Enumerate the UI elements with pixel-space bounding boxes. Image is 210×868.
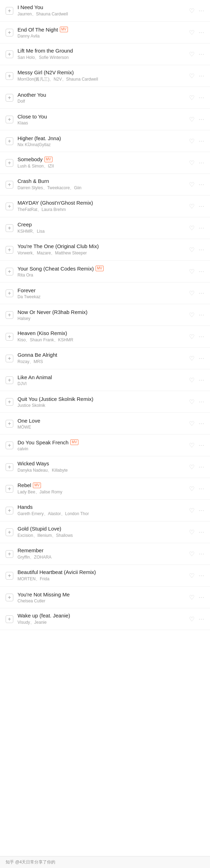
more-button[interactable]: ··· bbox=[199, 443, 204, 448]
more-button[interactable]: ··· bbox=[199, 356, 204, 361]
add-button[interactable]: + bbox=[6, 463, 13, 471]
add-button[interactable]: + bbox=[6, 29, 13, 36]
track-title[interactable]: Messy Girl (N2V Remix) bbox=[18, 69, 186, 75]
add-button[interactable]: + bbox=[6, 268, 13, 275]
add-button[interactable]: + bbox=[6, 442, 13, 449]
like-button[interactable]: ♡ bbox=[189, 8, 195, 14]
more-button[interactable]: ··· bbox=[199, 573, 204, 579]
like-button[interactable]: ♡ bbox=[189, 116, 195, 123]
like-button[interactable]: ♡ bbox=[189, 507, 195, 514]
track-title[interactable]: You're Not Missing Me bbox=[18, 592, 186, 597]
track-title[interactable]: Like An Animal bbox=[18, 374, 186, 380]
more-button[interactable]: ··· bbox=[199, 30, 204, 35]
add-button[interactable]: + bbox=[6, 507, 13, 514]
more-button[interactable]: ··· bbox=[199, 334, 204, 340]
like-button[interactable]: ♡ bbox=[189, 182, 195, 188]
like-button[interactable]: ♡ bbox=[189, 377, 195, 383]
track-title[interactable]: Close to You bbox=[18, 114, 186, 119]
more-button[interactable]: ··· bbox=[199, 486, 204, 492]
track-title[interactable]: Higher (feat. Jnna) bbox=[18, 135, 186, 141]
add-button[interactable]: + bbox=[6, 289, 13, 297]
add-button[interactable]: + bbox=[6, 311, 13, 319]
track-title[interactable]: Your Song (Cheat Codes Remix)MV bbox=[18, 266, 186, 272]
like-button[interactable]: ♡ bbox=[189, 268, 195, 275]
like-button[interactable]: ♡ bbox=[189, 225, 195, 231]
like-button[interactable]: ♡ bbox=[189, 203, 195, 210]
more-button[interactable]: ··· bbox=[199, 269, 204, 274]
track-title[interactable]: Heaven (Kiso Remix) bbox=[18, 330, 186, 336]
like-button[interactable]: ♡ bbox=[189, 442, 195, 449]
more-button[interactable]: ··· bbox=[199, 312, 204, 318]
add-button[interactable]: + bbox=[6, 116, 13, 123]
add-button[interactable]: + bbox=[6, 246, 13, 254]
like-button[interactable]: ♡ bbox=[189, 290, 195, 296]
like-button[interactable]: ♡ bbox=[189, 160, 195, 166]
track-title[interactable]: Forever bbox=[18, 287, 186, 293]
track-title[interactable]: Do You Speak FrenchMV bbox=[18, 439, 186, 445]
like-button[interactable]: ♡ bbox=[189, 421, 195, 427]
more-button[interactable]: ··· bbox=[199, 508, 204, 513]
add-button[interactable]: + bbox=[6, 203, 13, 210]
like-button[interactable]: ♡ bbox=[189, 334, 195, 340]
like-button[interactable]: ♡ bbox=[189, 355, 195, 362]
track-title[interactable]: One Love bbox=[18, 418, 186, 424]
add-button[interactable]: + bbox=[6, 181, 13, 189]
track-title[interactable]: Hands bbox=[18, 504, 186, 510]
like-button[interactable]: ♡ bbox=[189, 594, 195, 601]
add-button[interactable]: + bbox=[6, 485, 13, 493]
more-button[interactable]: ··· bbox=[199, 138, 204, 144]
track-title[interactable]: Quit You (Justice Skolnik Remix) bbox=[18, 396, 186, 402]
more-button[interactable]: ··· bbox=[199, 421, 204, 426]
add-button[interactable]: + bbox=[6, 550, 13, 558]
add-button[interactable]: + bbox=[6, 137, 13, 145]
more-button[interactable]: ··· bbox=[199, 73, 204, 79]
add-button[interactable]: + bbox=[6, 572, 13, 580]
more-button[interactable]: ··· bbox=[199, 95, 204, 101]
add-button[interactable]: + bbox=[6, 398, 13, 406]
more-button[interactable]: ··· bbox=[199, 247, 204, 253]
add-button[interactable]: + bbox=[6, 355, 13, 362]
more-button[interactable]: ··· bbox=[199, 204, 204, 209]
like-button[interactable]: ♡ bbox=[189, 138, 195, 144]
track-title[interactable]: MAYDAY (Ghost'n'Ghost Remix) bbox=[18, 200, 186, 206]
more-button[interactable]: ··· bbox=[199, 377, 204, 383]
add-button[interactable]: + bbox=[6, 594, 13, 601]
track-title[interactable]: RebelMV bbox=[18, 482, 186, 488]
add-button[interactable]: + bbox=[6, 615, 13, 623]
like-button[interactable]: ♡ bbox=[189, 529, 195, 535]
more-button[interactable]: ··· bbox=[199, 160, 204, 166]
add-button[interactable]: + bbox=[6, 528, 13, 536]
more-button[interactable]: ··· bbox=[199, 225, 204, 231]
more-button[interactable]: ··· bbox=[199, 52, 204, 57]
track-title[interactable]: Gonna Be Alright bbox=[18, 352, 186, 358]
track-title[interactable]: Beautiful Heartbeat (Avicii Remix) bbox=[18, 569, 186, 575]
track-title[interactable]: You're The One (Original Club Mix) bbox=[18, 243, 186, 249]
like-button[interactable]: ♡ bbox=[189, 73, 195, 79]
add-button[interactable]: + bbox=[6, 159, 13, 167]
like-button[interactable]: ♡ bbox=[189, 95, 195, 101]
like-button[interactable]: ♡ bbox=[189, 551, 195, 557]
like-button[interactable]: ♡ bbox=[189, 464, 195, 470]
add-button[interactable]: + bbox=[6, 72, 13, 80]
track-title[interactable]: I Need You bbox=[18, 4, 186, 10]
more-button[interactable]: ··· bbox=[199, 8, 204, 14]
more-button[interactable]: ··· bbox=[199, 117, 204, 122]
like-button[interactable]: ♡ bbox=[189, 247, 195, 253]
add-button[interactable]: + bbox=[6, 50, 13, 58]
like-button[interactable]: ♡ bbox=[189, 51, 195, 57]
add-button[interactable]: + bbox=[6, 224, 13, 232]
track-title[interactable]: Now Or Never (R3hab Remix) bbox=[18, 309, 186, 315]
add-button[interactable]: + bbox=[6, 420, 13, 428]
like-button[interactable]: ♡ bbox=[189, 399, 195, 405]
more-button[interactable]: ··· bbox=[199, 291, 204, 296]
track-title[interactable]: Wake up (feat. Jeanie) bbox=[18, 613, 186, 618]
more-button[interactable]: ··· bbox=[199, 399, 204, 405]
like-button[interactable]: ♡ bbox=[189, 29, 195, 36]
track-title[interactable]: Gold (Stupid Love) bbox=[18, 526, 186, 532]
like-button[interactable]: ♡ bbox=[189, 573, 195, 579]
more-button[interactable]: ··· bbox=[199, 551, 204, 557]
like-button[interactable]: ♡ bbox=[189, 312, 195, 318]
add-button[interactable]: + bbox=[6, 376, 13, 384]
more-button[interactable]: ··· bbox=[199, 464, 204, 470]
more-button[interactable]: ··· bbox=[199, 529, 204, 535]
